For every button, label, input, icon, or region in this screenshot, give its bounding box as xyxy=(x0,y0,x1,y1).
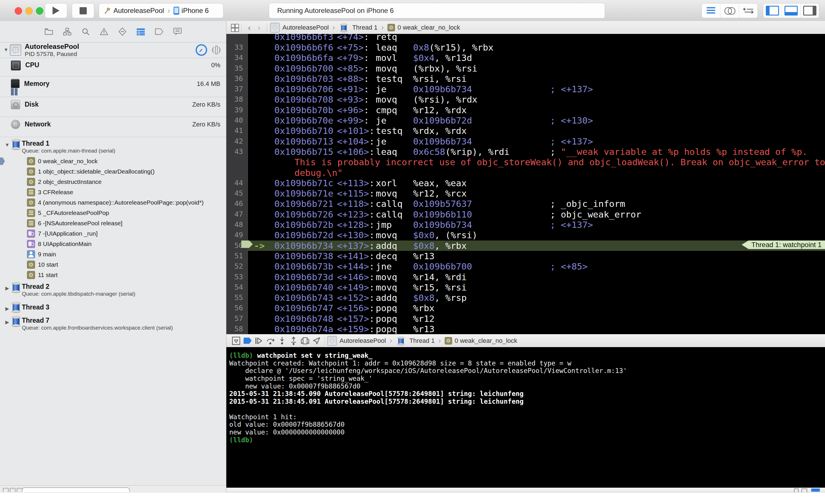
line-number[interactable]: 49 xyxy=(226,230,243,240)
find-navigator-tab[interactable] xyxy=(81,27,90,37)
line-number[interactable]: 39 xyxy=(226,105,243,115)
disclosure-closed-icon[interactable]: ▶ xyxy=(3,285,11,291)
disclosure-open-icon[interactable]: ▼ xyxy=(3,142,11,148)
run-button[interactable] xyxy=(45,3,67,18)
close-window-button[interactable] xyxy=(15,7,22,15)
disclosure-triangle-icon[interactable]: ▼ xyxy=(2,47,10,53)
debug-breadcrumb-thread[interactable]: Thread 1 xyxy=(409,337,435,345)
filter-field[interactable] xyxy=(22,487,130,492)
debug-breadcrumb-project[interactable]: AutoreleasePool xyxy=(340,337,386,345)
console-pane-toggle[interactable] xyxy=(811,489,820,492)
stack-frame[interactable]: 11 start xyxy=(0,270,226,280)
simulate-location-button[interactable] xyxy=(311,336,322,346)
toggle-navigator-button[interactable] xyxy=(763,3,782,18)
thread-header[interactable]: ▼Thread 1Queue: com.apple.main-thread (s… xyxy=(0,137,226,156)
assistant-editor-button[interactable] xyxy=(721,3,739,18)
standard-editor-button[interactable] xyxy=(702,3,721,18)
disclosure-closed-icon[interactable]: ▶ xyxy=(3,319,11,325)
line-number[interactable]: 48 xyxy=(226,220,243,230)
line-number[interactable]: 34 xyxy=(226,53,243,63)
filter-button[interactable] xyxy=(10,488,15,492)
line-number[interactable]: 50 xyxy=(226,240,243,251)
breakpoints-toggle-button[interactable] xyxy=(242,336,253,346)
debug-console[interactable]: (lldb) watchpoint set v string_weak_Watc… xyxy=(226,347,825,488)
breakpoint-navigator-tab[interactable] xyxy=(154,27,164,37)
stack-frame[interactable]: 5 _CFAutoreleasePoolPop xyxy=(0,208,226,218)
back-button[interactable]: ‹ xyxy=(244,22,254,33)
gauges-view-icon[interactable] xyxy=(196,44,207,56)
issue-navigator-tab[interactable] xyxy=(99,27,109,37)
line-number[interactable]: 33 xyxy=(226,42,243,53)
stack-frame[interactable]: 1 objc_object::sidetable_clearDeallocati… xyxy=(0,166,226,177)
debug-view-hierarchy-button[interactable] xyxy=(299,336,311,346)
threads-view-icon[interactable] xyxy=(212,46,220,54)
line-number[interactable]: 41 xyxy=(226,126,243,136)
breadcrumb-thread[interactable]: Thread 1 xyxy=(352,24,377,31)
thread-header[interactable]: ▶Thread 7Queue: com.apple.frontboardserv… xyxy=(0,314,226,333)
report-navigator-tab[interactable] xyxy=(173,27,182,37)
line-number[interactable]: 42 xyxy=(226,136,243,147)
line-number[interactable]: 45 xyxy=(226,188,243,199)
line-number[interactable]: 44 xyxy=(226,178,243,188)
toggle-debug-area-button[interactable] xyxy=(782,3,801,18)
zoom-window-button[interactable] xyxy=(36,7,44,15)
filter-button[interactable] xyxy=(3,488,9,492)
thread-header[interactable]: ▶Thread 3 xyxy=(0,299,226,314)
breadcrumb-frame[interactable]: 0 weak_clear_no_lock xyxy=(397,24,460,31)
forward-button[interactable]: › xyxy=(254,22,264,33)
line-number[interactable]: 40 xyxy=(226,115,243,126)
thread-queue: Queue: com.apple.main-thread (serial) xyxy=(22,147,115,154)
line-number[interactable]: 46 xyxy=(226,199,243,209)
line-number[interactable]: 35 xyxy=(226,63,243,74)
process-row[interactable]: ▼ AutoreleasePool PID 57578, Paused xyxy=(0,42,226,58)
line-number[interactable]: 36 xyxy=(226,74,243,84)
stack-frame[interactable]: 6 -[NSAutoreleasePool release] xyxy=(0,218,226,228)
line-number[interactable]: 47 xyxy=(226,209,243,220)
network-gauge-row[interactable]: Network Zero KB/s xyxy=(0,117,226,137)
version-editor-button[interactable] xyxy=(739,3,757,18)
stack-frame[interactable]: 3 CFRelease xyxy=(0,187,226,197)
stop-button[interactable] xyxy=(72,3,94,18)
stack-frame[interactable]: 8 UIApplicationMain xyxy=(0,239,226,249)
line-number[interactable]: 55 xyxy=(226,292,243,303)
filter-button[interactable] xyxy=(17,488,22,492)
stack-frame[interactable]: 0 weak_clear_no_lock xyxy=(0,156,226,166)
disk-gauge-row[interactable]: Disk Zero KB/s xyxy=(0,97,226,117)
related-items-icon[interactable] xyxy=(231,24,238,31)
minimize-window-button[interactable] xyxy=(25,7,33,15)
line-number[interactable]: 38 xyxy=(226,94,243,104)
line-number[interactable]: 56 xyxy=(226,303,243,313)
step-out-button[interactable] xyxy=(288,336,299,346)
disasm-row: 540x109b6b740<+149>:movq%r15, %rsi xyxy=(226,282,825,292)
hide-debug-area-button[interactable] xyxy=(230,336,242,346)
scheme-selector[interactable]: AutoreleasePool › iPhone 6 xyxy=(99,3,223,18)
toggle-utilities-button[interactable] xyxy=(801,3,819,18)
stack-frame[interactable]: 2 objc_destructInstance xyxy=(0,177,226,187)
stack-frame[interactable]: 4 (anonymous namespace)::AutoreleasePool… xyxy=(0,197,226,208)
line-number[interactable]: 37 xyxy=(226,84,243,94)
disclosure-closed-icon[interactable]: ▶ xyxy=(3,306,11,312)
line-number[interactable]: 58 xyxy=(226,324,243,334)
line-number[interactable]: 57 xyxy=(226,313,243,324)
instruction-offset: <+123>: xyxy=(337,209,375,220)
stack-frame[interactable]: 9 main xyxy=(0,249,226,260)
project-navigator-tab[interactable] xyxy=(44,27,54,37)
line-number[interactable]: 53 xyxy=(226,272,243,282)
step-over-button[interactable] xyxy=(265,336,276,346)
stack-frame[interactable]: 7 -[UIApplication _run] xyxy=(0,228,226,239)
thread-header[interactable]: ▶Thread 2Queue: com.apple.libdispatch-ma… xyxy=(0,280,226,299)
line-number[interactable]: 43 xyxy=(226,147,243,157)
cpu-gauge-row[interactable]: CPU 0% xyxy=(0,58,226,76)
line-number[interactable]: 51 xyxy=(226,251,243,261)
line-number[interactable]: 52 xyxy=(226,261,243,272)
stack-frame[interactable]: 10 start xyxy=(0,260,226,270)
debug-breadcrumb-frame[interactable]: 0 weak_clear_no_lock xyxy=(455,337,517,345)
memory-gauge-row[interactable]: Memory 16.4 MB xyxy=(0,76,226,97)
debug-navigator-tab[interactable] xyxy=(136,27,146,37)
test-navigator-tab[interactable] xyxy=(118,27,127,37)
continue-button[interactable] xyxy=(253,336,265,346)
line-number[interactable]: 54 xyxy=(226,282,243,292)
breadcrumb-project[interactable]: AutoreleasePool xyxy=(282,24,328,31)
symbol-navigator-tab[interactable] xyxy=(62,27,72,37)
step-into-button[interactable] xyxy=(276,336,288,346)
